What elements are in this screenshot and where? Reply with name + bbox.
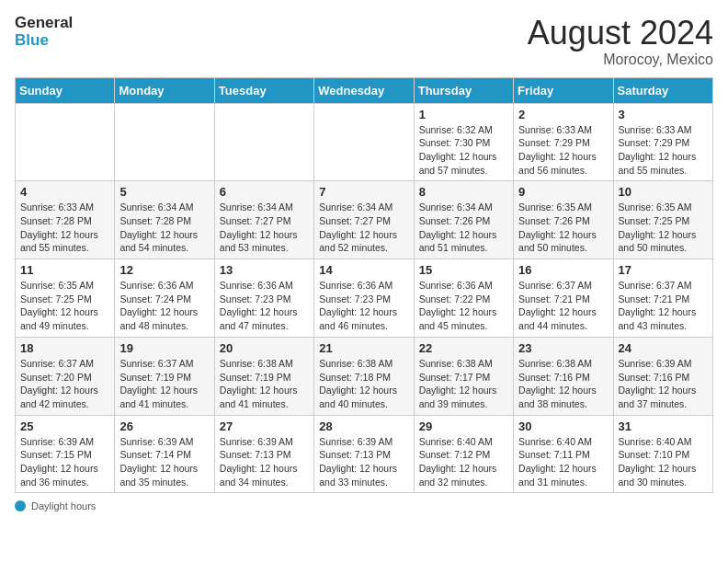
day-info: Sunrise: 6:37 AM Sunset: 7:21 PM Dayligh… <box>518 279 608 333</box>
calendar-cell <box>314 103 414 181</box>
day-info: Sunrise: 6:39 AM Sunset: 7:15 PM Dayligh… <box>20 435 109 489</box>
day-info: Sunrise: 6:38 AM Sunset: 7:16 PM Dayligh… <box>518 357 608 411</box>
day-info: Sunrise: 6:37 AM Sunset: 7:21 PM Dayligh… <box>619 279 708 333</box>
calendar-cell: 8Sunrise: 6:34 AM Sunset: 7:26 PM Daylig… <box>414 181 513 259</box>
calendar-cell: 7Sunrise: 6:34 AM Sunset: 7:27 PM Daylig… <box>314 181 414 259</box>
day-info: Sunrise: 6:32 AM Sunset: 7:30 PM Dayligh… <box>419 123 508 178</box>
logo-text: GeneralBlue <box>15 15 73 49</box>
day-info: Sunrise: 6:37 AM Sunset: 7:19 PM Dayligh… <box>119 357 209 411</box>
day-info: Sunrise: 6:33 AM Sunset: 7:28 PM Dayligh… <box>20 201 109 255</box>
day-number: 22 <box>419 341 508 355</box>
day-number: 31 <box>619 419 708 433</box>
day-number: 11 <box>20 263 109 277</box>
day-info: Sunrise: 6:34 AM Sunset: 7:26 PM Dayligh… <box>419 201 508 255</box>
day-info: Sunrise: 6:34 AM Sunset: 7:28 PM Dayligh… <box>119 201 209 255</box>
day-info: Sunrise: 6:36 AM Sunset: 7:23 PM Dayligh… <box>319 279 408 333</box>
day-info: Sunrise: 6:35 AM Sunset: 7:26 PM Dayligh… <box>518 201 608 255</box>
column-header-saturday: Saturday <box>613 77 712 103</box>
calendar-cell: 9Sunrise: 6:35 AM Sunset: 7:26 PM Daylig… <box>514 181 613 259</box>
day-number: 29 <box>419 419 508 433</box>
day-number: 20 <box>220 341 309 355</box>
calendar-cell: 1Sunrise: 6:32 AM Sunset: 7:30 PM Daylig… <box>414 103 513 181</box>
calendar-cell: 31Sunrise: 6:40 AM Sunset: 7:10 PM Dayli… <box>613 415 712 493</box>
day-number: 26 <box>119 419 209 433</box>
day-info: Sunrise: 6:39 AM Sunset: 7:16 PM Dayligh… <box>619 357 708 411</box>
day-info: Sunrise: 6:39 AM Sunset: 7:13 PM Dayligh… <box>220 435 309 489</box>
calendar-cell: 18Sunrise: 6:37 AM Sunset: 7:20 PM Dayli… <box>16 337 115 415</box>
calendar-cell: 14Sunrise: 6:36 AM Sunset: 7:23 PM Dayli… <box>314 259 414 338</box>
day-info: Sunrise: 6:33 AM Sunset: 7:29 PM Dayligh… <box>518 123 608 178</box>
day-info: Sunrise: 6:38 AM Sunset: 7:17 PM Dayligh… <box>419 357 508 411</box>
column-header-tuesday: Tuesday <box>214 77 313 103</box>
day-number: 2 <box>518 108 608 121</box>
calendar-cell: 10Sunrise: 6:35 AM Sunset: 7:25 PM Dayli… <box>613 181 712 259</box>
calendar-cell: 11Sunrise: 6:35 AM Sunset: 7:25 PM Dayli… <box>16 259 115 338</box>
calendar-cell <box>16 103 115 181</box>
day-number: 1 <box>419 108 508 121</box>
calendar-cell: 25Sunrise: 6:39 AM Sunset: 7:15 PM Dayli… <box>16 415 115 493</box>
day-number: 3 <box>619 108 708 121</box>
calendar-week-row: 11Sunrise: 6:35 AM Sunset: 7:25 PM Dayli… <box>16 259 713 338</box>
day-number: 25 <box>20 419 109 433</box>
calendar-cell <box>214 103 313 181</box>
calendar-cell: 20Sunrise: 6:38 AM Sunset: 7:19 PM Dayli… <box>214 337 313 415</box>
day-number: 5 <box>119 185 209 199</box>
day-info: Sunrise: 6:38 AM Sunset: 7:19 PM Dayligh… <box>220 357 309 411</box>
day-number: 7 <box>319 185 408 199</box>
column-header-monday: Monday <box>115 77 214 103</box>
day-number: 9 <box>518 185 608 199</box>
calendar-cell: 27Sunrise: 6:39 AM Sunset: 7:13 PM Dayli… <box>214 415 313 493</box>
title-block: August 2024 Morocoy, Mexico <box>528 15 713 68</box>
calendar-cell: 22Sunrise: 6:38 AM Sunset: 7:17 PM Dayli… <box>414 337 513 415</box>
day-number: 13 <box>220 263 309 277</box>
day-info: Sunrise: 6:40 AM Sunset: 7:12 PM Dayligh… <box>419 435 508 489</box>
calendar-cell: 17Sunrise: 6:37 AM Sunset: 7:21 PM Dayli… <box>613 259 712 338</box>
calendar-week-row: 1Sunrise: 6:32 AM Sunset: 7:30 PM Daylig… <box>16 103 713 181</box>
calendar-week-row: 4Sunrise: 6:33 AM Sunset: 7:28 PM Daylig… <box>16 181 713 259</box>
day-number: 4 <box>20 185 109 199</box>
day-number: 24 <box>619 341 708 355</box>
day-number: 23 <box>518 341 608 355</box>
daylight-icon <box>15 500 26 511</box>
calendar-header-row: SundayMondayTuesdayWednesdayThursdayFrid… <box>16 77 713 103</box>
day-info: Sunrise: 6:33 AM Sunset: 7:29 PM Dayligh… <box>619 123 708 178</box>
daylight-label: Daylight hours <box>31 500 96 511</box>
calendar-cell: 24Sunrise: 6:39 AM Sunset: 7:16 PM Dayli… <box>613 337 712 415</box>
calendar-footer: Daylight hours <box>15 500 713 511</box>
day-info: Sunrise: 6:34 AM Sunset: 7:27 PM Dayligh… <box>319 201 408 255</box>
month-year-title: August 2024 <box>528 15 713 52</box>
day-number: 14 <box>319 263 408 277</box>
column-header-thursday: Thursday <box>414 77 513 103</box>
calendar-cell: 12Sunrise: 6:36 AM Sunset: 7:24 PM Dayli… <box>115 259 214 338</box>
page-header: GeneralBlue August 2024 Morocoy, Mexico <box>15 15 713 68</box>
calendar-table: SundayMondayTuesdayWednesdayThursdayFrid… <box>15 77 713 494</box>
logo: GeneralBlue <box>15 15 78 49</box>
day-number: 21 <box>319 341 408 355</box>
calendar-week-row: 18Sunrise: 6:37 AM Sunset: 7:20 PM Dayli… <box>16 337 713 415</box>
calendar-cell: 6Sunrise: 6:34 AM Sunset: 7:27 PM Daylig… <box>214 181 313 259</box>
calendar-cell: 3Sunrise: 6:33 AM Sunset: 7:29 PM Daylig… <box>613 103 712 181</box>
calendar-cell: 21Sunrise: 6:38 AM Sunset: 7:18 PM Dayli… <box>314 337 414 415</box>
day-info: Sunrise: 6:36 AM Sunset: 7:22 PM Dayligh… <box>419 279 508 333</box>
calendar-cell: 19Sunrise: 6:37 AM Sunset: 7:19 PM Dayli… <box>115 337 214 415</box>
day-info: Sunrise: 6:40 AM Sunset: 7:10 PM Dayligh… <box>619 435 708 489</box>
day-number: 28 <box>319 419 408 433</box>
calendar-cell: 2Sunrise: 6:33 AM Sunset: 7:29 PM Daylig… <box>514 103 613 181</box>
day-number: 6 <box>220 185 309 199</box>
calendar-cell: 30Sunrise: 6:40 AM Sunset: 7:11 PM Dayli… <box>514 415 613 493</box>
calendar-week-row: 25Sunrise: 6:39 AM Sunset: 7:15 PM Dayli… <box>16 415 713 493</box>
day-number: 19 <box>119 341 209 355</box>
calendar-cell: 13Sunrise: 6:36 AM Sunset: 7:23 PM Dayli… <box>214 259 313 338</box>
calendar-cell: 5Sunrise: 6:34 AM Sunset: 7:28 PM Daylig… <box>115 181 214 259</box>
day-number: 27 <box>220 419 309 433</box>
calendar-cell: 29Sunrise: 6:40 AM Sunset: 7:12 PM Dayli… <box>414 415 513 493</box>
day-number: 15 <box>419 263 508 277</box>
day-number: 30 <box>518 419 608 433</box>
day-info: Sunrise: 6:36 AM Sunset: 7:23 PM Dayligh… <box>220 279 309 333</box>
calendar-cell: 26Sunrise: 6:39 AM Sunset: 7:14 PM Dayli… <box>115 415 214 493</box>
column-header-friday: Friday <box>514 77 613 103</box>
calendar-cell: 4Sunrise: 6:33 AM Sunset: 7:28 PM Daylig… <box>16 181 115 259</box>
day-number: 17 <box>619 263 708 277</box>
day-number: 18 <box>20 341 109 355</box>
day-info: Sunrise: 6:34 AM Sunset: 7:27 PM Dayligh… <box>220 201 309 255</box>
